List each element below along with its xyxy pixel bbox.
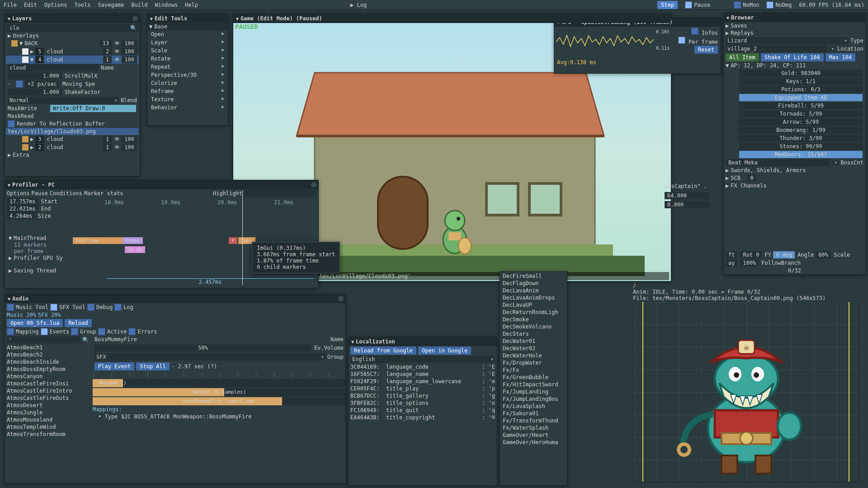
bar-p[interactable]: P bbox=[229, 237, 237, 244]
fx-item[interactable]: DecLavaAnimDrops bbox=[501, 294, 566, 301]
musictool-radio[interactable] bbox=[7, 304, 14, 311]
speed-chk[interactable] bbox=[16, 80, 23, 88]
eye-icon[interactable]: 👁 bbox=[114, 48, 120, 55]
menu-tools[interactable]: Tools bbox=[74, 2, 90, 8]
loc-row[interactable]: F5024F29:language_name_lowercase: 'e bbox=[349, 378, 497, 385]
fx-item[interactable]: Fx/HitImpactSword bbox=[501, 381, 566, 388]
overlays-node[interactable]: Overlays bbox=[13, 33, 39, 39]
row-name[interactable]: cloud bbox=[47, 56, 101, 63]
edit-tool-scale[interactable]: Scale▶ bbox=[147, 47, 228, 55]
layer-name-input[interactable] bbox=[8, 64, 99, 71]
audio-item[interactable]: AtmosBeachInside bbox=[5, 358, 91, 366]
fx-item[interactable]: Fx/WaterSplash bbox=[501, 424, 566, 432]
browser-prop[interactable]: Keys: 1/1 bbox=[737, 77, 865, 85]
reflect-checkbox[interactable] bbox=[8, 120, 15, 127]
menu-edit[interactable]: Edit bbox=[24, 2, 37, 8]
events-chk[interactable] bbox=[41, 328, 48, 335]
fx-item[interactable]: DecReturnRoomLigh bbox=[501, 309, 566, 316]
browser-prop[interactable]: Gold: 983040 bbox=[737, 69, 865, 77]
fx-item[interactable]: DecFireSmall bbox=[501, 272, 566, 280]
loc-row[interactable]: EA464A3B:title_copyright: '® bbox=[349, 414, 497, 421]
layers-search-input[interactable] bbox=[8, 24, 128, 32]
gpu-node[interactable]: Profiler GPU Sy bbox=[14, 255, 62, 261]
prof-pause[interactable]: Pause bbox=[32, 190, 48, 197]
menu-savegame[interactable]: Savegame bbox=[98, 2, 124, 8]
loc-row[interactable]: BCB67DCC:title_gallery: 'g bbox=[349, 392, 497, 399]
fx-item[interactable]: DecSmoke bbox=[501, 316, 566, 323]
fx-item[interactable]: DecWaterHole bbox=[501, 352, 566, 359]
sfxtool-radio[interactable] bbox=[50, 304, 57, 311]
edit-tool-behavior[interactable]: Behavior▶ bbox=[147, 103, 228, 112]
audio-item[interactable]: AtmosDesert bbox=[5, 402, 91, 409]
log-chk[interactable] bbox=[114, 304, 122, 311]
audio-item[interactable]: AtmosTransformRoom bbox=[5, 431, 91, 438]
vol-50[interactable]: 50% bbox=[94, 344, 311, 352]
loc-row[interactable]: 3FBFE82C:title_options: 'o bbox=[349, 399, 497, 407]
loc-dd[interactable] bbox=[829, 47, 835, 52]
entity-dropdown[interactable]: Lizard bbox=[726, 37, 849, 44]
fx-item[interactable]: Fx/JumpLanding bbox=[501, 388, 566, 395]
audio-item[interactable]: AtmosBossEmptyRoom bbox=[5, 366, 91, 373]
nomon-toggle[interactable]: NoMon bbox=[734, 1, 759, 9]
shake-value[interactable]: 1.000 bbox=[8, 89, 62, 96]
edit-tool-texture[interactable]: Texture▶ bbox=[147, 95, 228, 103]
bar-gamel[interactable]: GameL bbox=[123, 237, 143, 244]
music-vol[interactable]: Music 20% bbox=[7, 312, 36, 318]
mainthread-node[interactable]: MainThread bbox=[14, 235, 46, 241]
loc-row[interactable]: 16F565C7:language_name: 'E bbox=[349, 371, 497, 378]
fx-item[interactable]: Fx/TransformThund bbox=[501, 417, 566, 424]
audio-search[interactable] bbox=[7, 336, 80, 343]
menu-help[interactable]: Help bbox=[185, 2, 198, 8]
edit-tool-layer[interactable]: Layer▶ bbox=[147, 38, 228, 47]
back-node[interactable]: BACK bbox=[24, 40, 98, 47]
prof-options[interactable]: Options bbox=[7, 190, 30, 197]
browser-prop[interactable]: Equipped Item 48 bbox=[737, 94, 865, 102]
scb-node[interactable]: SCB bbox=[731, 175, 741, 181]
cpu-reset-button[interactable]: Reset bbox=[694, 46, 718, 54]
perframe-toggle[interactable] bbox=[678, 37, 685, 44]
stop-all-button[interactable]: Stop All bbox=[136, 362, 170, 371]
audio-item[interactable]: AtmosJungle bbox=[5, 409, 91, 416]
log-toggle[interactable]: Log bbox=[357, 2, 367, 8]
wav-slider[interactable]: BossMummyFire layerC.wav bbox=[93, 397, 345, 405]
fx-item[interactable]: Fx/Fx bbox=[501, 366, 566, 374]
fx-item[interactable]: Fx/GreenBubble bbox=[501, 374, 566, 381]
pct-value[interactable]: 80% bbox=[816, 251, 831, 258]
browser-prop[interactable]: Tornado: 5/99 bbox=[737, 110, 865, 118]
browser-prop[interactable]: Arrow: 5/99 bbox=[737, 118, 865, 126]
fx-item[interactable]: GameOver/Heart bbox=[501, 432, 566, 439]
rot-value[interactable]: Rot 0 bbox=[740, 251, 762, 258]
audio-item[interactable]: AtmosBeach1 bbox=[5, 344, 91, 351]
max-button[interactable]: Max 104 bbox=[826, 53, 856, 61]
fx-item[interactable]: DecFlagDown bbox=[501, 280, 566, 287]
prof-conditions[interactable]: Conditions bbox=[50, 190, 82, 197]
browser-prop[interactable]: Boomerang: 1/99 bbox=[737, 126, 865, 134]
eye-icon[interactable]: 👁 bbox=[114, 40, 120, 47]
replays-node[interactable]: Replays bbox=[731, 30, 754, 36]
language-dropdown[interactable]: English bbox=[350, 356, 495, 363]
fxch-node[interactable]: FX Channels bbox=[731, 183, 766, 189]
texture-path[interactable]: tex/LocVillage/Clouds03.png bbox=[8, 128, 96, 135]
menu-file[interactable]: File bbox=[4, 2, 17, 8]
bar-gaup[interactable]: Ga Up bbox=[125, 246, 145, 253]
audio-item[interactable]: AtmosCastleFireInsi bbox=[5, 380, 91, 387]
eye-icon[interactable]: 👁 bbox=[114, 56, 120, 63]
browser-prop[interactable]: Stones: 99/99 bbox=[737, 142, 865, 150]
audio-item[interactable]: AtmosBeach2 bbox=[5, 351, 91, 358]
fx-item[interactable]: Fx/Sakura01 bbox=[501, 410, 566, 417]
edit-tool-perspective3d[interactable]: Perspective/3D▶ bbox=[147, 71, 228, 79]
sfx-dropdown[interactable]: SFX bbox=[94, 353, 326, 361]
random-slider[interactable]: Random () bbox=[93, 379, 345, 387]
browser-prop[interactable]: MemDoors: 15/$07 bbox=[737, 150, 865, 159]
mapping-chk[interactable] bbox=[7, 328, 14, 335]
search-icon[interactable]: 🔍 bbox=[82, 337, 89, 343]
saving-node[interactable]: Saving Thread bbox=[14, 267, 56, 274]
active-chk[interactable] bbox=[98, 328, 105, 335]
loc-open-button[interactable]: Open in Google bbox=[418, 347, 471, 355]
fx-item[interactable]: DecLavaUP bbox=[501, 301, 566, 309]
nodmg-toggle[interactable]: NoDmg bbox=[766, 1, 792, 9]
base-group[interactable]: Base bbox=[154, 23, 167, 30]
group-chk[interactable] bbox=[71, 328, 78, 335]
bar-runframe[interactable]: RunFrame bbox=[73, 237, 123, 244]
random-samples-slider[interactable]: Random (6 samples) bbox=[93, 388, 345, 396]
